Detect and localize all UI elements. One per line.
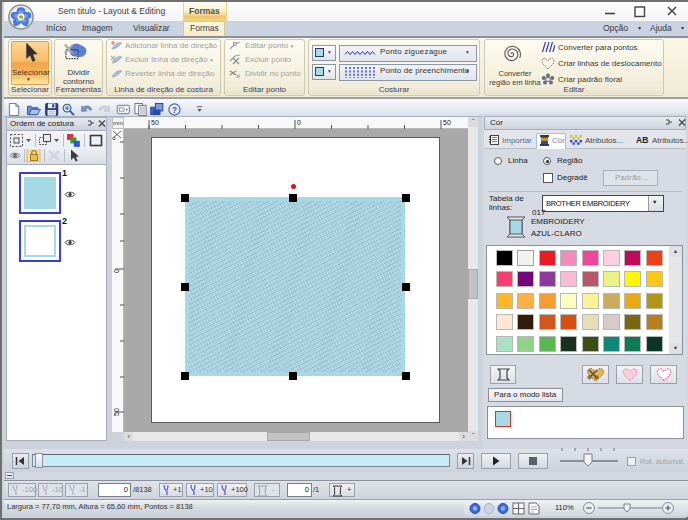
svg-text:50: 50 (151, 119, 159, 126)
svg-text:0: 0 (113, 269, 120, 273)
svg-text:50: 50 (443, 119, 451, 126)
svg-text:?: ? (172, 105, 177, 115)
svg-text:50: 50 (113, 408, 120, 416)
svg-text:0: 0 (297, 119, 301, 126)
